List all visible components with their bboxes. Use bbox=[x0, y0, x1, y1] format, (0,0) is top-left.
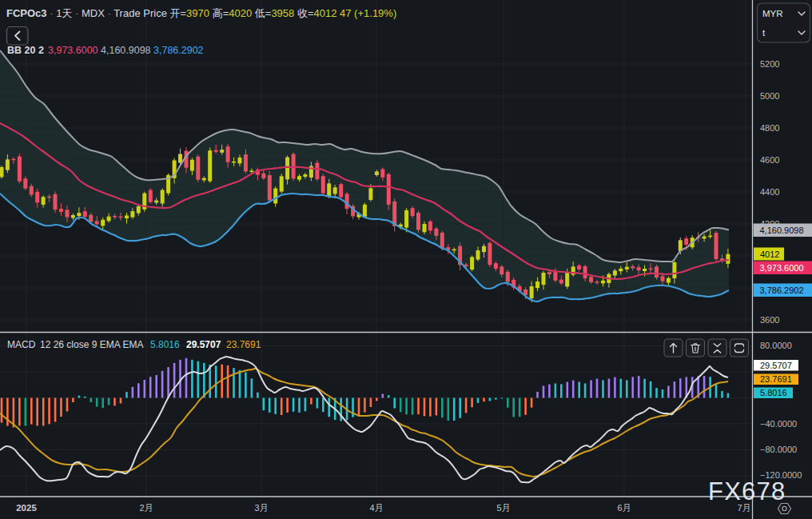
svg-text:3,786.2902: 3,786.2902 bbox=[153, 45, 204, 56]
svg-text:MYR: MYR bbox=[762, 9, 783, 18]
svg-text:3,786.2902: 3,786.2902 bbox=[760, 285, 804, 295]
svg-text:4400: 4400 bbox=[760, 187, 779, 197]
svg-text:BB 20 2: BB 20 2 bbox=[7, 45, 44, 56]
svg-text:6月: 6月 bbox=[617, 503, 631, 513]
svg-text:29.5707: 29.5707 bbox=[760, 361, 792, 370]
svg-text:5.8016: 5.8016 bbox=[150, 339, 180, 350]
svg-text:4600: 4600 bbox=[760, 155, 779, 165]
svg-text:3,973.6000: 3,973.6000 bbox=[48, 45, 98, 56]
svg-text:4,160.9098: 4,160.9098 bbox=[101, 45, 151, 56]
svg-text:3月: 3月 bbox=[254, 503, 268, 513]
svg-text:−80.0000: −80.0000 bbox=[760, 445, 797, 454]
svg-text:4012: 4012 bbox=[760, 250, 779, 259]
svg-text:4月: 4月 bbox=[369, 503, 383, 513]
svg-text:5月: 5月 bbox=[496, 503, 510, 513]
svg-text:−40.0000: −40.0000 bbox=[760, 419, 797, 429]
svg-text:2月: 2月 bbox=[139, 503, 153, 513]
svg-text:FCPOc3 · 1天 · MDX · Trade Pric: FCPOc3 · 1天 · MDX · Trade Price 开=3970 高… bbox=[6, 7, 396, 19]
svg-text:5.8016: 5.8016 bbox=[760, 388, 787, 397]
svg-text:12 26 close 9 EMA EMA: 12 26 close 9 EMA EMA bbox=[40, 339, 143, 350]
svg-text:4800: 4800 bbox=[760, 123, 779, 133]
svg-text:2025: 2025 bbox=[16, 503, 37, 513]
svg-text:MACD: MACD bbox=[7, 339, 36, 350]
svg-text:FX678: FX678 bbox=[708, 477, 786, 505]
svg-text:23.7691: 23.7691 bbox=[760, 374, 792, 384]
svg-text:80.0000: 80.0000 bbox=[760, 341, 792, 350]
svg-text:29.5707: 29.5707 bbox=[186, 339, 221, 350]
svg-text:3600: 3600 bbox=[760, 315, 779, 325]
svg-text:5200: 5200 bbox=[760, 59, 779, 69]
svg-text:23.7691: 23.7691 bbox=[226, 339, 261, 350]
svg-text:3,973.6000: 3,973.6000 bbox=[760, 263, 804, 273]
svg-text:5000: 5000 bbox=[760, 91, 779, 101]
svg-text:4,160.9098: 4,160.9098 bbox=[760, 226, 804, 235]
